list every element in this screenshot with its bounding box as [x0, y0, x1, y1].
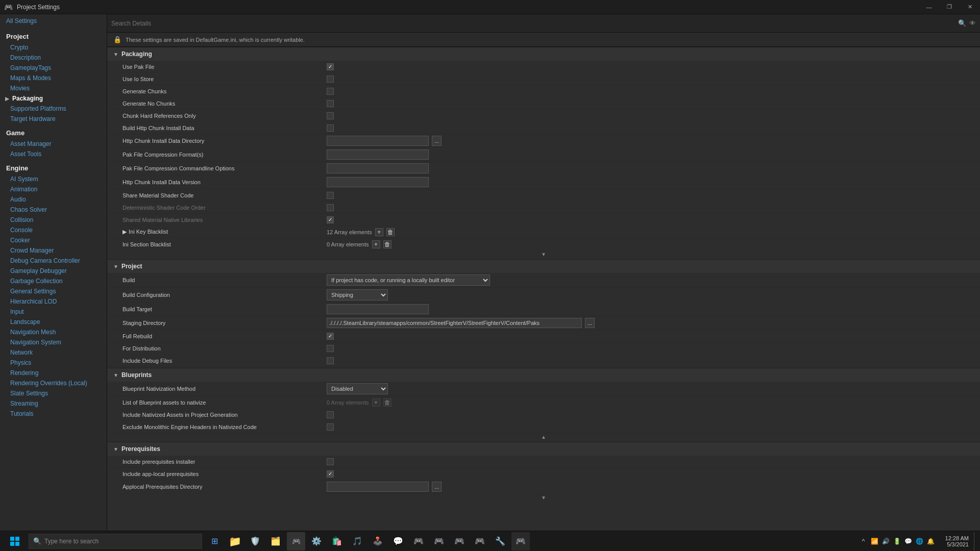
tray-icon-5[interactable]: 🌐: [915, 532, 925, 550]
ini-section-add-button[interactable]: +: [372, 240, 380, 248]
taskbar-folder-button[interactable]: 🗂️: [266, 532, 285, 550]
taskbar-app6-button[interactable]: 🎮: [471, 532, 489, 550]
sidebar-item-landscape[interactable]: Landscape: [0, 317, 107, 327]
sidebar-item-gameplaytags[interactable]: GameplayTags: [0, 63, 107, 73]
sidebar-item-physics[interactable]: Physics: [0, 358, 107, 368]
shared-native-checkbox[interactable]: ✓: [327, 216, 334, 223]
sidebar-item-supported-platforms[interactable]: Supported Platforms: [0, 104, 107, 114]
filter-icon[interactable]: 👁: [969, 19, 976, 27]
ini-key-delete-button[interactable]: 🗑: [386, 228, 395, 236]
tray-icon-3[interactable]: 🔋: [892, 532, 902, 550]
sidebar-item-hierarchical-lod[interactable]: Hierarchical LOD: [0, 296, 107, 307]
tray-icon-4[interactable]: 💬: [903, 532, 914, 550]
sidebar-item-navigation-mesh[interactable]: Navigation Mesh: [0, 327, 107, 337]
sidebar-item-asset-tools[interactable]: Asset Tools: [0, 149, 107, 159]
sidebar-item-general-settings[interactable]: General Settings: [0, 286, 107, 296]
deterministic-shader-checkbox[interactable]: [327, 204, 334, 211]
bp-list-delete-button[interactable]: 🗑: [383, 398, 391, 407]
pak-compression-cmd-input[interactable]: [327, 163, 429, 173]
taskbar-shield-button[interactable]: 🛡️: [246, 532, 264, 550]
share-material-checkbox[interactable]: [327, 192, 334, 199]
taskbar-app1-button[interactable]: 🎮: [287, 532, 305, 550]
staging-dir-input[interactable]: [327, 318, 582, 328]
sidebar-item-debug-camera[interactable]: Debug Camera Controller: [0, 256, 107, 266]
include-prereqs-checkbox[interactable]: [327, 458, 334, 465]
taskbar-app5-button[interactable]: 🎮: [450, 532, 469, 550]
include-app-local-checkbox[interactable]: ✓: [327, 470, 334, 478]
sidebar-item-tutorials[interactable]: Tutorials: [0, 409, 107, 419]
sidebar-item-gameplay-debugger[interactable]: Gameplay Debugger: [0, 266, 107, 276]
tray-icon-1[interactable]: 📶: [870, 532, 880, 550]
build-dropdown[interactable]: If project has code, or running a locall…: [327, 274, 490, 286]
sidebar-item-garbage-collection[interactable]: Garbage Collection: [0, 276, 107, 286]
build-configuration-dropdown[interactable]: Shipping: [327, 289, 388, 300]
sidebar-item-rendering[interactable]: Rendering: [0, 368, 107, 378]
taskbar-widgets-button[interactable]: ⊞: [205, 532, 224, 550]
sidebar-item-rendering-overrides[interactable]: Rendering Overrides (Local): [0, 378, 107, 388]
pak-compression-format-input[interactable]: [327, 149, 429, 160]
sidebar-item-console[interactable]: Console: [0, 225, 107, 235]
project-section-header[interactable]: ▼ Project: [107, 259, 980, 273]
sidebar-item-network[interactable]: Network: [0, 347, 107, 358]
maximize-button[interactable]: ❐: [939, 0, 960, 14]
taskbar-explorer-button[interactable]: 📁: [226, 532, 244, 550]
chunk-hard-refs-checkbox[interactable]: [327, 112, 334, 119]
build-target-input[interactable]: [327, 304, 429, 314]
use-pak-file-checkbox[interactable]: ✓: [327, 63, 334, 70]
generate-no-chunks-checkbox[interactable]: [327, 100, 334, 107]
ini-key-add-button[interactable]: +: [375, 228, 383, 236]
taskbar-search-box[interactable]: 🔍 Type here to search: [29, 534, 202, 549]
sidebar-item-target-hardware[interactable]: Target Hardware: [0, 114, 107, 124]
taskbar-clock[interactable]: 12:28 AM 5/3/2021: [941, 535, 973, 547]
blueprints-section-header[interactable]: ▼ Blueprints: [107, 368, 980, 382]
close-button[interactable]: ✕: [960, 0, 980, 14]
generate-chunks-checkbox[interactable]: [327, 88, 334, 95]
build-http-checkbox[interactable]: [327, 124, 334, 132]
sidebar-item-crowd-manager[interactable]: Crowd Manager: [0, 245, 107, 256]
minimize-button[interactable]: —: [919, 0, 939, 14]
taskbar-chat-button[interactable]: 💬: [389, 532, 407, 550]
packaging-section-header[interactable]: ▼ Packaging: [107, 47, 980, 61]
http-chunk-version-input[interactable]: [327, 177, 429, 187]
prerequisites-section-header[interactable]: ▼ Prerequisites: [107, 442, 980, 456]
sidebar-item-chaos-solver[interactable]: Chaos Solver: [0, 205, 107, 215]
sidebar-item-slate-settings[interactable]: Slate Settings: [0, 388, 107, 398]
sidebar-item-collision[interactable]: Collision: [0, 215, 107, 225]
taskbar-app7-button[interactable]: 🔧: [491, 532, 509, 550]
sidebar-item-streaming[interactable]: Streaming: [0, 398, 107, 409]
taskbar-app3-button[interactable]: 🎮: [409, 532, 428, 550]
taskbar-settings-button[interactable]: ⚙️: [307, 532, 326, 550]
bp-list-add-button[interactable]: +: [372, 398, 380, 407]
sidebar-item-maps-modes[interactable]: Maps & Modes: [0, 73, 107, 83]
include-nativized-checkbox[interactable]: [327, 411, 334, 418]
tray-icon-6[interactable]: 🔔: [926, 532, 936, 550]
full-rebuild-checkbox[interactable]: ✓: [327, 333, 334, 340]
taskbar-game2-button[interactable]: 🕹️: [369, 532, 387, 550]
exclude-monolithic-checkbox[interactable]: [327, 423, 334, 431]
applocal-dir-dots-button[interactable]: ...: [432, 482, 442, 492]
sidebar-item-audio[interactable]: Audio: [0, 194, 107, 205]
applocal-dir-input[interactable]: [327, 482, 429, 492]
sidebar-item-input[interactable]: Input: [0, 307, 107, 317]
sidebar-item-navigation-system[interactable]: Navigation System: [0, 337, 107, 347]
show-desktop-button[interactable]: [974, 532, 978, 550]
ini-section-delete-button[interactable]: 🗑: [383, 240, 391, 248]
include-debug-checkbox[interactable]: [327, 357, 334, 364]
tray-chevron[interactable]: ^: [859, 532, 869, 550]
all-settings-link[interactable]: All Settings: [0, 14, 107, 28]
start-button[interactable]: [2, 532, 28, 550]
sidebar-item-movies[interactable]: Movies: [0, 83, 107, 93]
sidebar-item-cooker[interactable]: Cooker: [0, 235, 107, 245]
tray-icon-2[interactable]: 🔊: [881, 532, 891, 550]
settings-scroll[interactable]: ▼ Packaging Use Pak File ✓ Use Io Store: [107, 47, 980, 531]
for-distribution-checkbox[interactable]: [327, 345, 334, 352]
search-input[interactable]: [111, 20, 955, 27]
taskbar-unreal-button[interactable]: 🎮: [511, 532, 530, 550]
taskbar-app4-button[interactable]: 🎮: [430, 532, 448, 550]
http-chunk-dir-input[interactable]: [327, 136, 429, 146]
sidebar-item-asset-manager[interactable]: Asset Manager: [0, 139, 107, 149]
bp-nativization-dropdown[interactable]: Disabled: [327, 383, 388, 394]
staging-dir-dots-button[interactable]: ...: [585, 318, 595, 328]
sidebar-item-ai-system[interactable]: AI System: [0, 174, 107, 184]
sidebar-item-animation[interactable]: Animation: [0, 184, 107, 194]
